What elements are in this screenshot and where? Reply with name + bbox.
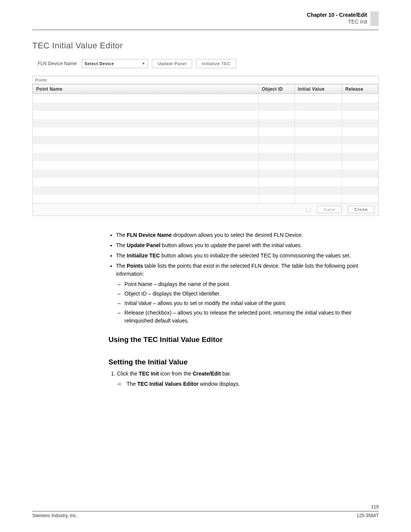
fln-device-label: FLN Device Name: [38,61,78,66]
list-item: Release (checkbox) – allows you to relea… [124,309,379,325]
table-row [33,144,378,153]
chapter-heading: Chapter 10 - Create/Edit TEC Init [307,11,367,25]
editor-title: TEC Initial Value Editor [32,41,379,51]
update-panel-button[interactable]: Update Panel [152,59,192,68]
table-row [33,186,378,195]
points-caption: Points: [33,76,378,84]
table-row [33,178,378,186]
header-rule [32,30,379,30]
thumb-index-block [370,11,379,26]
table-row [33,102,378,111]
doc-body: The FLN Device Name dropdown allows you … [108,231,379,388]
chevron-down-icon: ▼ [142,62,145,66]
initialize-tec-button[interactable]: Initialize TEC [196,59,236,68]
table-row [33,195,378,203]
table-row [33,136,378,144]
list-item: The TEC Initial Values Editor window dis… [125,380,379,388]
list-item: Point Name – displays the name of the po… [124,280,379,288]
table-row [33,94,378,103]
page-number: 119 [32,504,379,510]
table-row [33,161,378,169]
page-footer: 119 Siemens Industry, Inc. 125-3584T [32,504,379,518]
col-point-name[interactable]: Point Name [33,85,259,94]
fln-device-selected-text: Select Device [84,61,114,66]
heading-setting-value: Setting the Initial Value [108,358,379,366]
table-row [33,119,378,128]
list-item: The FLN Device Name dropdown allows you … [116,231,379,239]
points-panel: Points: Point Name Object ID Initial Val… [32,76,379,216]
points-footer: Save Close [33,203,378,216]
page-header: Chapter 10 - Create/Edit TEC Init [32,11,379,26]
tec-editor-screenshot: TEC Initial Value Editor FLN Device Name… [32,41,379,216]
table-row [33,169,378,178]
col-release[interactable]: Release [342,85,378,94]
fln-device-select[interactable]: Select Device ▼ [82,59,148,68]
footer-right: 125-3584T [357,513,379,518]
save-button[interactable]: Save [317,206,342,213]
editor-toolbar: FLN Device Name: Select Device ▼ Update … [38,59,379,68]
list-item: Click the TEC Init icon from the Create/… [117,370,379,388]
list-item: Initial Value – allows you to set or mod… [124,299,379,307]
busy-icon [306,207,311,212]
chapter-title-text: Chapter 10 - Create/Edit [307,11,367,18]
list-item: The Update Panel button allows you to up… [116,241,379,249]
list-item: The Initialize TEC button allows you to … [116,252,379,260]
points-table: Point Name Object ID Initial Value Relea… [33,84,378,203]
list-item: The Points table lists the points that e… [116,262,379,325]
table-row [33,128,378,136]
table-row [33,153,378,161]
chapter-section-text: TEC Init [307,18,367,25]
heading-using-editor: Using the TEC Initial Value Editor [108,335,379,343]
table-row [33,111,378,119]
col-initial-value[interactable]: Initial Value [295,85,342,94]
list-item: Object ID – displays the Object Identifi… [124,290,379,298]
footer-left: Siemens Industry, Inc. [32,513,77,518]
close-button[interactable]: Close [348,206,374,213]
col-object-id[interactable]: Object ID [258,85,295,94]
